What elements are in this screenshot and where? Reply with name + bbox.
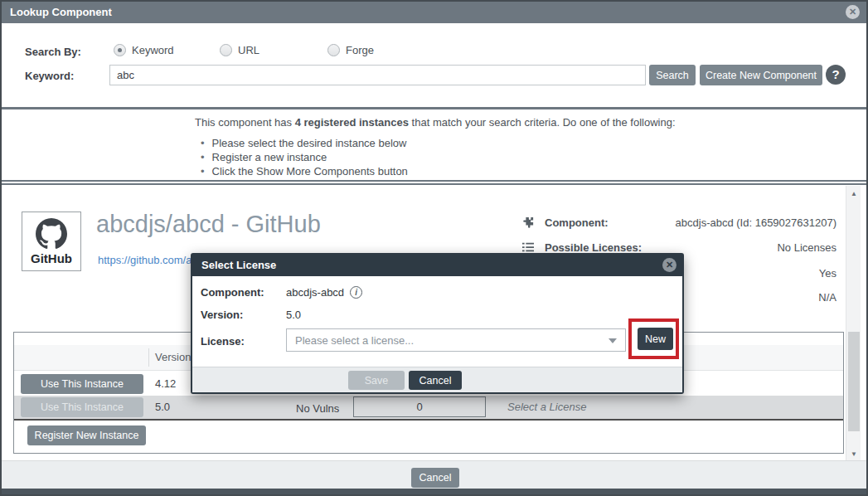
modal-body: Component: abcdjs-abcd i Version: 5.0 Li… bbox=[192, 276, 682, 367]
detail-label: Component: bbox=[545, 216, 609, 229]
column-separator bbox=[148, 348, 149, 367]
radio-keyword-label: Keyword bbox=[132, 44, 174, 56]
keyword-label: Keyword: bbox=[25, 70, 74, 82]
use-this-instance-button[interactable]: Use This Instance bbox=[21, 374, 143, 394]
modal-close-icon[interactable]: ✕ bbox=[662, 258, 676, 272]
keyword-input[interactable] bbox=[109, 65, 646, 85]
modal-titlebar: Select License ✕ bbox=[192, 255, 682, 276]
create-new-component-button[interactable]: Create New Component bbox=[700, 65, 822, 85]
instance-version: 5.0 bbox=[155, 401, 170, 413]
puzzle-icon bbox=[522, 216, 536, 228]
radio-forge[interactable]: Forge bbox=[327, 44, 374, 56]
vertical-scrollbar: ▲ ▼ bbox=[846, 186, 861, 463]
instance-row-selected: Use This Instance 5.0 No Vulns 0 Select … bbox=[14, 396, 843, 419]
vuln-count-box[interactable]: 0 bbox=[353, 396, 486, 417]
search-by-label: Search By: bbox=[25, 46, 81, 58]
notice-intro-prefix: This component has bbox=[195, 116, 295, 129]
radio-forge-label: Forge bbox=[346, 44, 374, 56]
table-bottom-rule bbox=[14, 419, 843, 421]
modal-version-value: 5.0 bbox=[286, 309, 301, 321]
scroll-up-icon[interactable]: ▲ bbox=[846, 187, 861, 201]
bullet-item: • Click the Show More Components button bbox=[201, 164, 408, 178]
double-divider-top bbox=[2, 180, 866, 182]
bullet-text: Click the Show More Components button bbox=[212, 164, 408, 178]
notice-section: This component has 4 registered instance… bbox=[2, 109, 866, 180]
modal-component-value: abcdjs-abcd i bbox=[286, 286, 362, 299]
lookup-component-window: Lookup Component ✕ Search By: Keyword UR… bbox=[0, 0, 868, 496]
detail-label: Possible Licenses: bbox=[545, 241, 642, 254]
new-button-red-highlight: New bbox=[628, 319, 679, 359]
license-select-dropdown[interactable]: Please select a license... bbox=[286, 328, 626, 352]
footer-cancel-button[interactable]: Cancel bbox=[411, 468, 459, 488]
radio-url-control[interactable] bbox=[220, 44, 232, 56]
bullet-text: Please select the desired instance below bbox=[212, 136, 407, 150]
vulns-status: No Vulns bbox=[296, 402, 339, 415]
bullet-item: • Please select the desired instance bel… bbox=[201, 136, 408, 150]
scroll-down-icon[interactable]: ▼ bbox=[846, 448, 861, 461]
bullet-icon: • bbox=[201, 150, 205, 164]
double-divider-bottom bbox=[2, 183, 866, 185]
save-button[interactable]: Save bbox=[348, 371, 405, 390]
scrollbar-thumb[interactable] bbox=[848, 332, 860, 431]
bullet-text: Register a new instance bbox=[212, 150, 327, 164]
github-wordmark: GitHub bbox=[31, 251, 72, 265]
license-hint: Select a License bbox=[507, 401, 586, 413]
bullet-item: • Register a new instance bbox=[201, 150, 408, 164]
radio-forge-control[interactable] bbox=[327, 44, 340, 56]
component-url-link[interactable]: https://github.com/ab bbox=[98, 254, 198, 266]
window-footer: Cancel bbox=[2, 460, 866, 494]
modal-license-label: License: bbox=[201, 335, 245, 348]
use-this-instance-button-disabled[interactable]: Use This Instance bbox=[21, 397, 143, 417]
license-select-placeholder: Please select a license... bbox=[295, 334, 414, 347]
notice-intro-suffix: that match your search criteria. Do one … bbox=[409, 116, 676, 129]
radio-url[interactable]: URL bbox=[220, 44, 259, 56]
detail-value: Yes bbox=[819, 267, 836, 280]
github-octocat-icon bbox=[36, 218, 67, 250]
notice-intro-count: 4 registered instances bbox=[295, 116, 409, 129]
modal-cancel-button[interactable]: Cancel bbox=[409, 371, 462, 390]
radio-keyword[interactable]: Keyword bbox=[114, 44, 174, 56]
modal-version-label: Version: bbox=[201, 309, 243, 321]
notice-bullet-list: • Please select the desired instance bel… bbox=[201, 136, 408, 178]
radio-url-label: URL bbox=[238, 44, 259, 56]
window-titlebar: Lookup Component ✕ bbox=[2, 2, 866, 23]
bullet-icon: • bbox=[201, 164, 205, 178]
window-title: Lookup Component bbox=[10, 6, 112, 18]
bullet-icon: • bbox=[201, 136, 205, 150]
detail-value: N/A bbox=[818, 291, 836, 304]
notice-intro: This component has 4 registered instance… bbox=[195, 116, 676, 129]
select-license-modal: Select License ✕ Component: abcdjs-abcd … bbox=[191, 253, 684, 394]
detail-value: No Licenses bbox=[777, 241, 836, 254]
github-logo: GitHub bbox=[22, 212, 81, 271]
search-button[interactable]: Search bbox=[649, 65, 696, 85]
search-section: Search By: Keyword URL Forge Keyword: Se… bbox=[2, 23, 866, 107]
modal-title: Select License bbox=[201, 259, 276, 271]
radio-keyword-control[interactable] bbox=[114, 44, 126, 56]
chevron-down-icon bbox=[609, 338, 617, 343]
register-new-instance-button[interactable]: Register New Instance bbox=[27, 425, 146, 445]
footer-strip bbox=[2, 489, 866, 494]
detail-row-component: Component: abcdjs-abcd (Id: 165902763120… bbox=[522, 214, 836, 231]
modal-footer: Save Cancel bbox=[192, 367, 682, 392]
component-title: abcdjs/abcd - GitHub bbox=[96, 211, 321, 238]
instance-version: 4.12 bbox=[155, 377, 176, 390]
modal-component-label: Component: bbox=[201, 286, 264, 299]
info-icon[interactable]: i bbox=[350, 286, 362, 299]
list-icon bbox=[522, 241, 536, 253]
detail-value: abcdjs-abcd (Id: 1659027631207) bbox=[676, 216, 836, 229]
modal-component-name: abcdjs-abcd bbox=[286, 286, 344, 299]
window-close-icon[interactable]: ✕ bbox=[846, 5, 860, 19]
new-license-button[interactable]: New bbox=[638, 328, 673, 350]
help-icon[interactable]: ? bbox=[826, 65, 846, 85]
version-column-header: Version bbox=[155, 351, 191, 363]
